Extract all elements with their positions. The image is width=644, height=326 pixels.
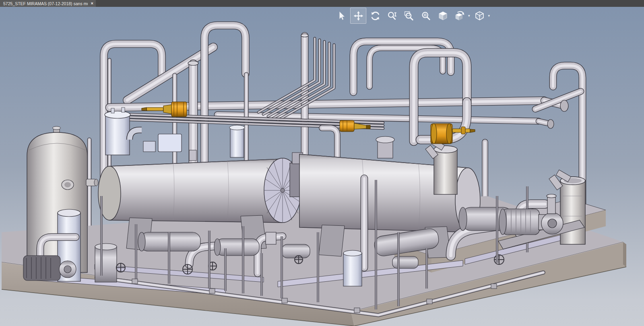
magnifier-area-icon bbox=[404, 10, 415, 21]
document-tab[interactable]: 5725_STEF MIRAMAS (07-12-2018) sans mu..… bbox=[0, 0, 96, 7]
edrawings-window: 5725_STEF MIRAMAS (07-12-2018) sans mu..… bbox=[0, 0, 644, 326]
pan-arrows-icon bbox=[353, 10, 364, 21]
document-tab-bar: 5725_STEF MIRAMAS (07-12-2018) sans mu..… bbox=[0, 0, 644, 7]
select-tool-button[interactable] bbox=[333, 8, 349, 24]
rotate-tool-button[interactable] bbox=[367, 8, 383, 24]
select-arrow-icon bbox=[336, 10, 347, 21]
document-tab-title: 5725_STEF MIRAMAS (07-12-2018) sans mu..… bbox=[3, 1, 88, 6]
tab-close-icon[interactable]: × bbox=[91, 1, 93, 6]
rotate-arrows-icon bbox=[370, 10, 381, 21]
shaded-view-tool-button[interactable] bbox=[435, 8, 451, 24]
magnifier-fit-icon bbox=[421, 10, 431, 21]
orientation-cube-icon bbox=[454, 10, 465, 21]
cad-model-scene[interactable] bbox=[0, 7, 644, 326]
shaded-cube-icon bbox=[438, 10, 448, 21]
zoom-fit-tool-button[interactable] bbox=[418, 8, 434, 24]
view-toolbar: ▾▾ bbox=[333, 8, 491, 24]
3d-viewport[interactable]: ▾▾ bbox=[0, 7, 644, 326]
zoom-in-out-tool-button[interactable] bbox=[384, 8, 400, 24]
view-orientation-dropdown-caret[interactable]: ▾ bbox=[468, 14, 470, 18]
zoom-area-tool-button[interactable] bbox=[401, 8, 417, 24]
display-style-tool-button[interactable] bbox=[472, 8, 488, 24]
view-orientation-tool-button[interactable] bbox=[452, 8, 468, 24]
display-style-dropdown-caret[interactable]: ▾ bbox=[488, 14, 490, 18]
pan-tool-button[interactable] bbox=[350, 8, 366, 24]
magnifier-i-icon bbox=[387, 10, 398, 21]
wireframe-cube-icon bbox=[474, 10, 485, 21]
